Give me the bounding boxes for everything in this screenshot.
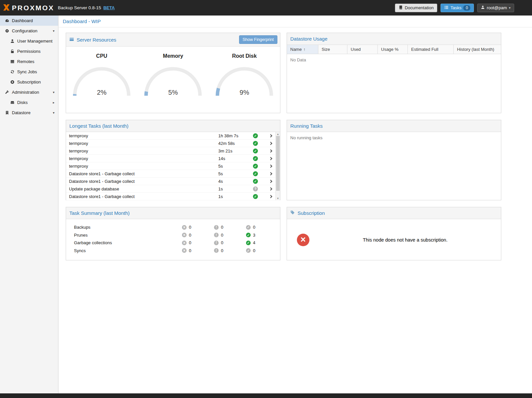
beta-link[interactable]: BETA — [103, 5, 115, 10]
chevron-right-icon[interactable] — [266, 157, 275, 160]
sort-asc-icon: ↑ — [303, 47, 305, 52]
error-count-cell[interactable]: 0 — [182, 240, 214, 245]
column-header-name[interactable]: Name↑ — [287, 45, 318, 54]
sidebar-item-user-management[interactable]: User Management — [0, 36, 58, 46]
building-icon — [5, 111, 9, 115]
task-row[interactable]: Update package database 1s — [66, 185, 275, 193]
memory-gauge: Memory 5% — [137, 47, 209, 97]
column-label: Name — [290, 47, 302, 52]
column-header-estimated-full[interactable]: Estimated Full — [408, 45, 454, 54]
chevron-right-icon[interactable] — [266, 180, 275, 182]
ok-count-cell[interactable]: 0 — [246, 248, 278, 253]
task-row[interactable]: Datastore store1 - Garbage collect 5s — [66, 170, 275, 178]
chevron-right-icon[interactable] — [266, 195, 275, 198]
chevron-right-icon[interactable]: ▸ — [53, 101, 54, 104]
chevron-down-icon[interactable]: ▾ — [53, 90, 54, 94]
column-header-history[interactable]: History (last Month) — [454, 45, 501, 54]
error-count-cell[interactable]: 0 — [182, 248, 214, 253]
sidebar-item-administration[interactable]: Administration ▾ — [0, 87, 58, 97]
server-resources-panel: Server Resources Show Fingerprint CPU 2% — [66, 33, 280, 113]
task-row[interactable]: Datastore store1 - Garbage collect 1s — [66, 193, 275, 200]
user-menu-button[interactable]: root@pam ▾ — [477, 4, 514, 12]
scroll-up-icon[interactable]: ▲ — [276, 132, 280, 136]
error-count: 0 — [189, 248, 191, 253]
column-header-usage-percent[interactable]: Usage % — [378, 45, 408, 54]
documentation-button[interactable]: Documentation — [395, 4, 437, 12]
sidebar-item-subscription[interactable]: Subscription — [0, 77, 58, 87]
task-row[interactable]: termproxy 14s — [66, 155, 275, 162]
sidebar-item-sync-jobs[interactable]: Sync Jobs — [0, 67, 58, 77]
column-header-used[interactable]: Used — [347, 45, 378, 54]
ok-count-cell[interactable]: 3 — [246, 233, 278, 238]
ok-count-cell[interactable]: 0 — [246, 225, 278, 230]
task-row[interactable]: termproxy 5s — [66, 162, 275, 170]
page-title: Dashboard - WIP — [59, 16, 532, 27]
task-row[interactable]: termproxy 1h 38m 7s — [66, 132, 275, 140]
task-row[interactable]: Datastore store1 - Garbage collect 4s — [66, 178, 275, 185]
scrollbar-thumb[interactable] — [276, 136, 280, 191]
summary-row-prunes: Prunes 0 0 3 — [66, 231, 280, 239]
sidebar-item-datastore[interactable]: Datastore ▾ — [0, 108, 58, 118]
task-row[interactable]: termproxy 42m 58s — [66, 140, 275, 147]
task-name: Update package database — [69, 186, 218, 191]
ok-icon — [246, 233, 251, 237]
sidebar-item-configuration[interactable]: Configuration ▾ — [0, 26, 58, 36]
task-row[interactable]: termproxy 3m 21s — [66, 147, 275, 155]
scrollbar[interactable]: ▲ ▼ — [275, 132, 280, 200]
show-fingerprint-button[interactable]: Show Fingerprint — [239, 35, 278, 44]
chevron-down-icon[interactable]: ▾ — [53, 111, 54, 115]
task-name: termproxy — [69, 141, 218, 146]
logo-wordmark: PROXMOX — [12, 4, 54, 12]
chevron-right-icon[interactable] — [266, 188, 275, 190]
sidebar-item-dashboard[interactable]: Dashboard — [0, 16, 58, 26]
warning-count: 0 — [221, 240, 223, 245]
task-duration: 42m 58s — [218, 141, 253, 146]
ok-count: 4 — [253, 240, 255, 245]
column-label: Estimated Full — [411, 47, 438, 52]
user-icon — [481, 5, 485, 10]
sidebar-item-disks[interactable]: Disks ▸ — [0, 97, 58, 108]
sidebar-item-permissions[interactable]: Permissions — [0, 46, 58, 56]
ok-count: 0 — [253, 248, 255, 253]
ok-count-cell[interactable]: 4 — [246, 240, 278, 245]
sidebar: Dashboard Configuration ▾ User Managemen… — [0, 16, 58, 393]
task-summary-panel: Task Summary (last Month) Backups 0 0 0 … — [66, 207, 280, 260]
warning-count-cell[interactable]: 0 — [214, 225, 246, 230]
product-version: Backup Server 0.8-15 — [58, 5, 101, 10]
chevron-right-icon[interactable] — [266, 173, 275, 175]
task-duration: 3m 21s — [218, 149, 253, 153]
warning-count-cell[interactable]: 0 — [214, 248, 246, 253]
task-name: Datastore store1 - Garbage collect — [69, 179, 218, 184]
proxmox-x-icon — [3, 4, 10, 12]
summary-row-garbage-collections: Garbage collections 0 0 4 — [66, 239, 280, 247]
column-header-size[interactable]: Size — [318, 45, 347, 54]
tasks-button[interactable]: Tasks 0 — [441, 4, 474, 12]
chevron-right-icon[interactable] — [266, 150, 275, 152]
error-icon — [182, 241, 187, 245]
warning-count-cell[interactable]: 0 — [214, 233, 246, 238]
warning-count-cell[interactable]: 0 — [214, 240, 246, 245]
panel-title: Datastore Usage — [290, 36, 328, 42]
chevron-right-icon[interactable] — [266, 142, 275, 145]
unlock-icon — [10, 49, 15, 53]
panel-title: Longest Tasks (last Month) — [69, 123, 128, 129]
life-ring-icon — [10, 80, 15, 84]
task-duration: 5s — [218, 171, 253, 176]
summary-label: Prunes — [74, 233, 182, 238]
chevron-down-icon[interactable]: ▾ — [53, 29, 54, 33]
tachometer-icon — [5, 18, 9, 23]
status-unknown-icon — [253, 186, 258, 191]
server-resources-icon — [69, 37, 74, 43]
running-tasks-panel: Running Tasks No running tasks — [287, 120, 501, 200]
error-count-cell[interactable]: 0 — [182, 225, 214, 230]
scroll-down-icon[interactable]: ▼ — [276, 196, 280, 200]
chevron-right-icon[interactable] — [266, 135, 275, 137]
task-name: Datastore store1 - Garbage collect — [69, 171, 218, 176]
task-duration: 4s — [218, 179, 253, 184]
chevron-right-icon[interactable] — [266, 165, 275, 167]
summary-row-syncs: Syncs 0 0 0 — [66, 247, 280, 255]
column-label: History (last Month) — [457, 47, 494, 52]
error-count: 0 — [189, 233, 191, 238]
sidebar-item-remotes[interactable]: Remotes — [0, 56, 58, 67]
error-count-cell[interactable]: 0 — [182, 233, 214, 238]
